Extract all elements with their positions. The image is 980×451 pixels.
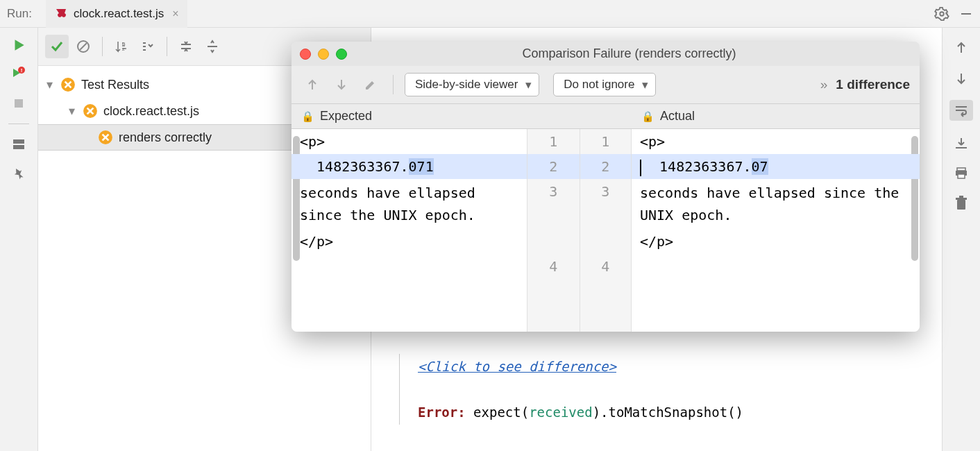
run-label: Run:	[7, 7, 32, 21]
close-icon[interactable]: ×	[172, 8, 178, 20]
ignore-mode-select[interactable]: Do not ignore	[553, 73, 656, 96]
svg-rect-19	[959, 196, 963, 198]
show-passed-icon[interactable]	[45, 35, 69, 58]
svg-rect-14	[957, 168, 965, 171]
svg-rect-16	[958, 174, 965, 178]
svg-line-8	[80, 43, 87, 50]
svg-rect-6	[13, 145, 24, 149]
see-difference-link[interactable]: <Click to see difference>	[418, 359, 616, 374]
lock-icon: 🔒	[301, 110, 314, 123]
tree-file-label: clock.react.test.js	[103, 104, 199, 119]
next-diff-icon[interactable]	[330, 74, 353, 96]
run-config-tab[interactable]: clock.react.test.js ×	[46, 0, 187, 28]
top-bar: Run: clock.react.test.js ×	[0, 0, 980, 28]
svg-text:!: !	[21, 67, 23, 74]
layout-icon[interactable]	[10, 135, 28, 153]
print-icon[interactable]	[952, 164, 970, 182]
svg-rect-4	[15, 99, 23, 108]
fail-icon	[83, 103, 98, 119]
prev-diff-icon[interactable]	[301, 74, 323, 96]
actual-pane[interactable]: <p> 1482363367.07 seconds have ellapsed …	[632, 129, 920, 332]
diff-body: <p> 1482363367.071 seconds have ellapsed…	[292, 129, 920, 332]
expected-pane[interactable]: <p> 1482363367.071 seconds have ellapsed…	[292, 129, 527, 332]
code-line: </p>	[632, 229, 920, 254]
received-keyword: received	[529, 405, 593, 420]
expected-header: 🔒 Expected	[292, 104, 527, 128]
console-text: ).toMatchSnapshot()	[593, 405, 743, 420]
comparison-dialog: Comparison Failure (renders correctly) S…	[292, 42, 920, 332]
zoom-window-icon[interactable]	[336, 49, 347, 60]
actual-header: 🔒 Actual	[632, 104, 920, 128]
collapse-all-icon[interactable]	[174, 35, 198, 58]
gear-icon[interactable]	[934, 6, 949, 22]
close-window-icon[interactable]	[300, 49, 311, 60]
code-line: seconds have ellapsed since the UNIX epo…	[632, 179, 920, 229]
svg-text:z: z	[122, 46, 125, 52]
fail-icon	[98, 130, 113, 145]
dialog-title: Comparison Failure (renders correctly)	[347, 46, 911, 61]
viewer-mode-select[interactable]: Side-by-side viewer	[405, 73, 539, 96]
pin-icon[interactable]	[10, 164, 28, 182]
cursor	[640, 160, 641, 176]
code-line: seconds have ellapsed since the UNIX epo…	[292, 179, 527, 229]
tree-test-label: renders correctly	[119, 130, 212, 145]
diff-count: 1 difference	[836, 77, 910, 92]
tab-name: clock.react.test.js	[74, 7, 164, 21]
show-ignored-icon[interactable]	[71, 35, 95, 58]
code-line: </p>	[292, 229, 527, 254]
tree-root-label: Test Results	[81, 78, 149, 92]
error-keyword: Error:	[418, 405, 466, 420]
edit-icon[interactable]	[360, 74, 382, 96]
code-line: <p>	[632, 129, 920, 154]
minimize-window-icon[interactable]	[318, 49, 329, 60]
fail-icon	[60, 77, 76, 92]
scroll-to-end-icon[interactable]	[952, 133, 970, 151]
chevron-down-icon: ▾	[69, 103, 78, 119]
svg-rect-17	[957, 200, 965, 210]
svg-rect-5	[13, 139, 24, 144]
trash-icon[interactable]	[952, 194, 970, 212]
up-arrow-icon[interactable]	[952, 39, 970, 57]
svg-point-0	[940, 12, 944, 16]
code-line-diff: 1482363367.071	[292, 154, 527, 179]
right-gutter	[942, 28, 980, 451]
chevron-down-icon: ▾	[47, 77, 56, 92]
expand-icon[interactable]	[136, 35, 160, 58]
code-line-diff: 1482363367.07	[632, 154, 920, 179]
lock-icon: 🔒	[641, 110, 654, 123]
svg-rect-1	[961, 13, 971, 15]
wrap-icon[interactable]	[949, 100, 973, 121]
dialog-titlebar[interactable]: Comparison Failure (renders correctly)	[292, 42, 920, 66]
minimize-icon[interactable]	[959, 7, 973, 21]
left-gutter: !	[0, 28, 38, 451]
console-text: expect(	[466, 405, 530, 420]
more-icon[interactable]: »	[820, 77, 828, 92]
svg-rect-18	[956, 198, 967, 200]
gutter: 1 2 3 4 1 2 3 4	[527, 129, 632, 332]
expand-all-icon[interactable]	[201, 35, 224, 58]
stop-icon[interactable]	[10, 94, 28, 112]
jest-icon	[54, 7, 68, 21]
down-arrow-icon[interactable]	[952, 69, 970, 87]
rerun-failed-icon[interactable]: !	[10, 65, 28, 83]
dialog-toolbar: Side-by-side viewer Do not ignore » 1 di…	[292, 66, 920, 104]
code-line: <p>	[292, 129, 527, 154]
sort-icon[interactable]: az	[110, 35, 133, 58]
run-icon[interactable]	[10, 36, 28, 54]
